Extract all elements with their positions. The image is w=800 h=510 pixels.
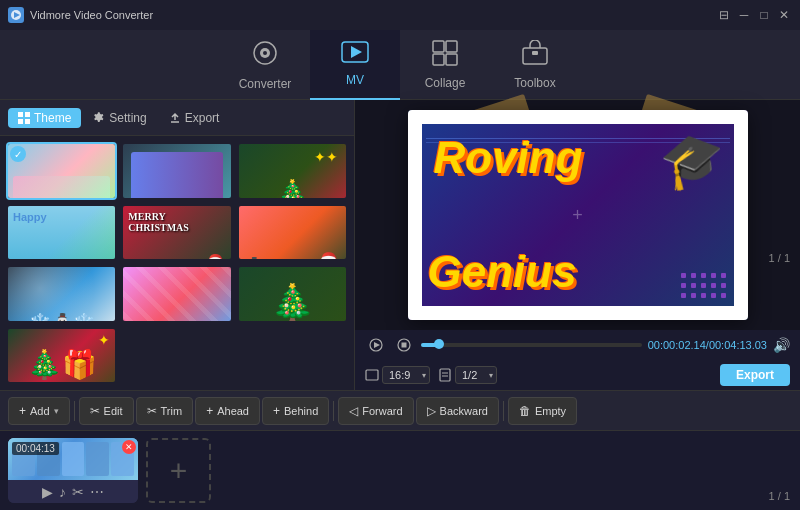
trim-label: Trim bbox=[161, 405, 183, 417]
theme-tab-label: Theme bbox=[34, 111, 71, 125]
collage-icon bbox=[432, 40, 458, 72]
theme-item-merry-christmas[interactable]: MERRYCHRISTMAS 🎅 Merry Christmas bbox=[121, 204, 232, 262]
svg-rect-14 bbox=[25, 112, 30, 117]
stop-btn[interactable] bbox=[393, 334, 415, 356]
panel-tab-export[interactable]: Export bbox=[159, 108, 230, 128]
progress-handle[interactable] bbox=[434, 339, 444, 349]
add-btn[interactable]: + Add ▾ bbox=[8, 397, 70, 425]
trim-btn[interactable]: ✂ Trim bbox=[136, 397, 194, 425]
volume-icon[interactable]: 🔊 bbox=[773, 337, 790, 353]
page-counter: 1 / 1 bbox=[769, 252, 790, 264]
behind-btn[interactable]: + Behind bbox=[262, 397, 329, 425]
preview-title-roving: Roving bbox=[434, 136, 583, 180]
right-panel: Roving Genius 🎓 bbox=[355, 100, 800, 390]
ahead-btn[interactable]: + Ahead bbox=[195, 397, 260, 425]
timeline-clip[interactable]: 00:04:13 ✕ ▶ ♪ ✂ ⋯ bbox=[8, 438, 138, 503]
svg-rect-12 bbox=[532, 51, 538, 55]
theme-item-christmas-eve[interactable]: 🎄 ✦✦ Christmas Eve bbox=[237, 142, 348, 200]
title-bar-controls: ⊟ ─ □ ✕ bbox=[716, 8, 792, 22]
tab-collage[interactable]: Collage bbox=[400, 30, 490, 100]
behind-label: Behind bbox=[284, 405, 318, 417]
collage-label: Collage bbox=[425, 76, 466, 90]
selected-check: ✓ bbox=[10, 146, 26, 162]
backward-icon: ▷ bbox=[427, 404, 436, 418]
tab-converter[interactable]: Converter bbox=[220, 30, 310, 100]
bottom-toolbar: + Add ▾ ✂ Edit ✂ Trim + Ahead + Behind ◁… bbox=[0, 390, 800, 430]
app-title: Vidmore Video Converter bbox=[30, 9, 153, 21]
left-panel: Theme Setting Export ✓ Current bbox=[0, 100, 355, 390]
tab-mv[interactable]: MV bbox=[310, 30, 400, 100]
separator-3 bbox=[503, 401, 504, 421]
preview-title-genius: Genius bbox=[428, 250, 577, 294]
main-content: Theme Setting Export ✓ Current bbox=[0, 100, 800, 390]
page-select[interactable]: 1/2 bbox=[455, 366, 497, 384]
panel-tab-setting[interactable]: Setting bbox=[83, 108, 156, 128]
mv-label: MV bbox=[346, 73, 364, 87]
theme-item-simple[interactable]: Simple bbox=[121, 142, 232, 200]
empty-btn[interactable]: 🗑 Empty bbox=[508, 397, 577, 425]
svg-marker-6 bbox=[351, 46, 362, 58]
ahead-icon: + bbox=[206, 404, 213, 418]
preview-plus-center: + bbox=[572, 205, 583, 226]
timeline-area: 00:04:13 ✕ ▶ ♪ ✂ ⋯ + 1 / 1 bbox=[0, 430, 800, 510]
setting-tab-label: Setting bbox=[109, 111, 146, 125]
svg-rect-11 bbox=[523, 48, 547, 64]
play-btn[interactable] bbox=[365, 334, 387, 356]
svg-rect-13 bbox=[18, 112, 23, 117]
svg-rect-21 bbox=[366, 370, 378, 380]
theme-item-christmas-tree[interactable]: 🎄 Christmas Tree bbox=[237, 265, 348, 323]
svg-rect-15 bbox=[18, 119, 23, 124]
backward-btn[interactable]: ▷ Backward bbox=[416, 397, 499, 425]
tab-toolbox[interactable]: Toolbox bbox=[490, 30, 580, 100]
theme-item-snowy-night[interactable]: ❄️⛄❄️ Snowy Night bbox=[6, 265, 117, 323]
forward-btn[interactable]: ◁ Forward bbox=[338, 397, 413, 425]
add-clip-icon: + bbox=[170, 454, 188, 488]
svg-rect-10 bbox=[446, 54, 457, 65]
forward-label: Forward bbox=[362, 405, 402, 417]
svg-rect-8 bbox=[446, 41, 457, 52]
export-btn[interactable]: Export bbox=[720, 364, 790, 386]
preview-frame: Roving Genius 🎓 bbox=[408, 110, 748, 320]
progress-bar[interactable] bbox=[421, 343, 642, 347]
settings-window-btn[interactable]: ⊟ bbox=[716, 8, 732, 22]
time-current: 00:00:02.14 bbox=[648, 339, 706, 351]
forward-icon: ◁ bbox=[349, 404, 358, 418]
trim-icon: ✂ bbox=[147, 404, 157, 418]
controls-bar: 00:00:02.14/00:04:13.03 🔊 bbox=[355, 330, 800, 360]
svg-rect-16 bbox=[25, 119, 30, 124]
clip-time: 00:04:13 bbox=[12, 442, 59, 455]
clip-cut-icon[interactable]: ✂ bbox=[72, 484, 84, 500]
mv-icon bbox=[341, 41, 369, 69]
svg-rect-22 bbox=[440, 369, 450, 381]
theme-item-current[interactable]: ✓ Current bbox=[6, 142, 117, 200]
panel-tab-theme[interactable]: Theme bbox=[8, 108, 81, 128]
clip-play-icon[interactable]: ▶ bbox=[42, 484, 53, 500]
title-bar-left: Vidmore Video Converter bbox=[8, 7, 153, 23]
maximize-btn[interactable]: □ bbox=[756, 8, 772, 22]
separator-2 bbox=[333, 401, 334, 421]
time-display: 00:00:02.14/00:04:13.03 bbox=[648, 339, 767, 351]
page-wrapper: 1/2 ▾ bbox=[438, 366, 497, 384]
theme-item-happy[interactable]: Happy Happy bbox=[6, 204, 117, 262]
clip-close-btn[interactable]: ✕ bbox=[122, 440, 136, 454]
edit-btn[interactable]: ✂ Edit bbox=[79, 397, 134, 425]
controls-bar2: 16:9 ▾ 1/2 ▾ Export bbox=[355, 360, 800, 390]
add-icon: + bbox=[19, 404, 26, 418]
ahead-label: Ahead bbox=[217, 405, 249, 417]
clip-more-icon[interactable]: ⋯ bbox=[90, 484, 104, 500]
clip-thumbnail: 00:04:13 ✕ bbox=[8, 438, 138, 480]
clip-audio-icon[interactable]: ♪ bbox=[59, 484, 66, 500]
add-clip-btn[interactable]: + bbox=[146, 438, 211, 503]
empty-label: Empty bbox=[535, 405, 566, 417]
theme-item-beautiful-christmas[interactable]: 🎄🎁 ✦ Beautiful Christmas bbox=[6, 327, 117, 385]
theme-item-stripes-waves[interactable]: Stripes & Waves bbox=[121, 265, 232, 323]
aspect-ratio-select[interactable]: 16:9 bbox=[382, 366, 430, 384]
svg-point-4 bbox=[263, 51, 267, 55]
theme-item-santa-claus[interactable]: 🎅 ⛄ Santa Claus bbox=[237, 204, 348, 262]
converter-label: Converter bbox=[239, 77, 292, 91]
preview-area: Roving Genius 🎓 bbox=[393, 100, 763, 330]
minimize-btn[interactable]: ─ bbox=[736, 8, 752, 22]
preview-inner: Roving Genius 🎓 bbox=[416, 118, 740, 312]
time-total: 00:04:13.03 bbox=[709, 339, 767, 351]
close-btn[interactable]: ✕ bbox=[776, 8, 792, 22]
